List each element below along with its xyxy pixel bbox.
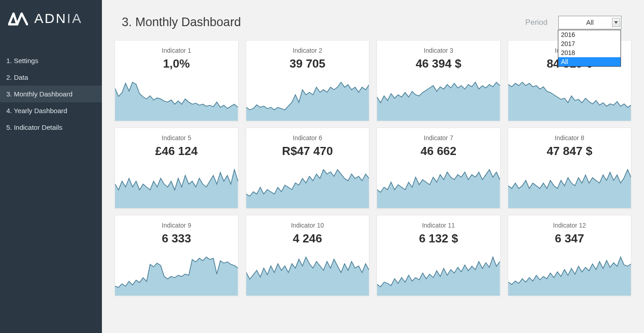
indicator-card[interactable]: Indicator 5 £46 124 bbox=[115, 128, 239, 209]
indicator-card[interactable]: Indicator 9 6 333 bbox=[115, 215, 239, 296]
indicator-value: 46 394 $ bbox=[377, 57, 500, 71]
indicator-card[interactable]: Indicator 11 6 132 $ bbox=[377, 215, 501, 296]
indicator-title: Indicator 8 bbox=[508, 134, 631, 141]
sidebar-item-yearly-dashboard[interactable]: 4. Yearly Dashboard bbox=[0, 102, 102, 119]
period-option-all[interactable]: All bbox=[558, 57, 621, 66]
brand-name-strong: ADN bbox=[34, 11, 67, 26]
svg-marker-0 bbox=[614, 21, 618, 24]
indicator-title: Indicator 5 bbox=[115, 134, 238, 141]
indicator-card[interactable]: Indicator 7 46 662 bbox=[377, 128, 501, 209]
indicator-title: Indicator 9 bbox=[115, 222, 238, 229]
period-option-2018[interactable]: 2018 bbox=[558, 48, 621, 57]
indicator-title: Indicator 6 bbox=[246, 134, 369, 141]
main: 3. Monthly Dashboard Period All 2016 201… bbox=[102, 0, 644, 333]
sidebar: ADNIA 1. Settings 2. Data 3. Monthly Das… bbox=[0, 0, 102, 333]
indicator-title: Indicator 10 bbox=[246, 222, 369, 229]
indicator-card[interactable]: Indicator 10 4 246 bbox=[246, 215, 370, 296]
sparkline-chart bbox=[377, 256, 500, 296]
indicator-card[interactable]: Indicator 3 46 394 $ bbox=[377, 40, 501, 121]
indicator-value: 47 847 $ bbox=[508, 144, 631, 158]
period-option-2016[interactable]: 2016 bbox=[558, 30, 621, 39]
period-select-value: All bbox=[586, 18, 594, 26]
period-dropdown: 2016 2017 2018 All bbox=[558, 30, 621, 67]
indicator-value: 39 705 bbox=[246, 57, 369, 71]
chevron-down-icon[interactable] bbox=[612, 18, 620, 27]
indicator-value: 6 347 bbox=[508, 232, 631, 246]
sparkline-chart bbox=[508, 256, 631, 296]
indicator-card[interactable]: Indicator 6 R$47 470 bbox=[246, 128, 370, 209]
sparkline-chart bbox=[246, 81, 369, 121]
brand-logo-icon bbox=[8, 11, 28, 26]
indicator-title: Indicator 7 bbox=[377, 134, 500, 141]
indicator-card[interactable]: Indicator 1 1,0% bbox=[115, 40, 239, 121]
sidebar-item-settings[interactable]: 1. Settings bbox=[0, 52, 102, 69]
sparkline-chart bbox=[508, 169, 631, 208]
period-option-2017[interactable]: 2017 bbox=[558, 39, 621, 48]
sidebar-item-monthly-dashboard[interactable]: 3. Monthly Dashboard bbox=[0, 86, 102, 102]
indicator-title: Indicator 2 bbox=[246, 47, 369, 54]
sparkline-chart bbox=[377, 81, 500, 121]
brand: ADNIA bbox=[0, 0, 102, 40]
period-label: Period bbox=[525, 18, 547, 27]
indicator-title: Indicator 3 bbox=[377, 47, 500, 54]
indicator-value: 1,0% bbox=[115, 57, 238, 71]
sidebar-item-indicator-details[interactable]: 5. Indicator Details bbox=[0, 119, 102, 136]
sparkline-chart bbox=[115, 169, 238, 208]
indicator-value: 4 246 bbox=[246, 232, 369, 246]
sidebar-item-data[interactable]: 2. Data bbox=[0, 69, 102, 86]
indicator-title: Indicator 1 bbox=[115, 47, 238, 54]
indicator-value: 46 662 bbox=[377, 144, 500, 158]
indicator-value: 6 333 bbox=[115, 232, 238, 246]
indicator-card[interactable]: Indicator 2 39 705 bbox=[246, 40, 370, 121]
indicator-card[interactable]: Indicator 8 47 847 $ bbox=[508, 128, 632, 209]
sidebar-nav: 1. Settings 2. Data 3. Monthly Dashboard… bbox=[0, 52, 102, 136]
header: 3. Monthly Dashboard Period All 2016 201… bbox=[113, 0, 633, 40]
indicator-card[interactable]: Indicator 12 6 347 bbox=[508, 215, 632, 296]
sparkline-chart bbox=[377, 169, 500, 208]
indicator-value: £46 124 bbox=[115, 144, 238, 158]
brand-name: ADNIA bbox=[34, 11, 83, 26]
indicator-title: Indicator 12 bbox=[508, 222, 631, 229]
indicator-value: 6 132 $ bbox=[377, 232, 500, 246]
page-title: 3. Monthly Dashboard bbox=[122, 15, 241, 29]
indicator-grid: Indicator 1 1,0% Indicator 2 39 705 Indi… bbox=[113, 40, 633, 296]
period-select[interactable]: All 2016 2017 2018 All bbox=[558, 16, 621, 29]
indicator-title: Indicator 11 bbox=[377, 222, 500, 229]
sparkline-chart bbox=[115, 256, 238, 296]
sparkline-chart bbox=[508, 81, 631, 121]
sparkline-chart bbox=[115, 81, 238, 121]
indicator-value: R$47 470 bbox=[246, 144, 369, 158]
sparkline-chart bbox=[246, 169, 369, 208]
sparkline-chart bbox=[246, 256, 369, 296]
brand-name-thin: IA bbox=[67, 11, 82, 26]
period-filter: Period All 2016 2017 2018 All bbox=[525, 16, 621, 29]
